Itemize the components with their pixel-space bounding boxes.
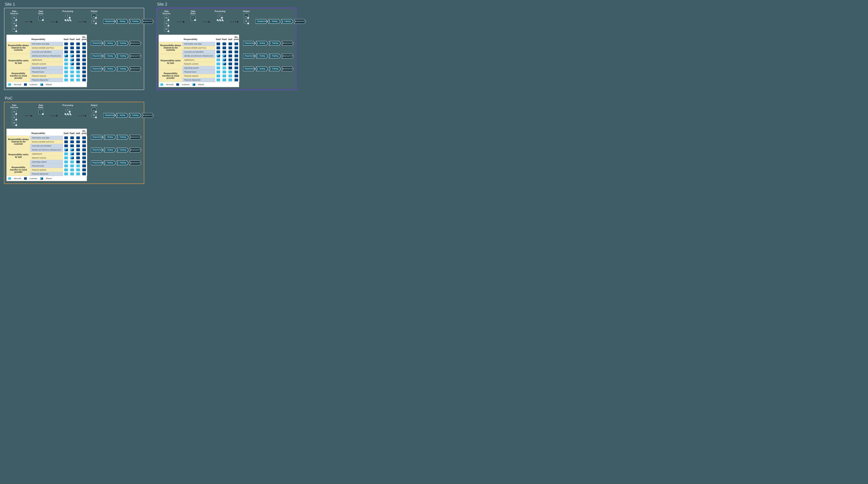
shield-badge	[167, 25, 169, 27]
matrix-cell	[69, 148, 75, 152]
matrix-cell	[69, 78, 75, 82]
responsibility-matrix: ResponsibilitySaaSPaaSIaaSOn-premRespons…	[159, 35, 239, 87]
matrix-cell-box	[70, 51, 74, 53]
matrix-row-label: Physical datacenter	[30, 78, 63, 82]
matrix-cell-box	[217, 47, 220, 49]
chevron-row: RequirementsTestingTrainingDeployment	[242, 54, 293, 59]
matrix-group-label: Responsibility always retained by the cu…	[159, 42, 182, 54]
matrix-cell	[227, 46, 233, 50]
matrix-cell	[221, 50, 227, 54]
svg-marker-1	[116, 19, 128, 24]
shield-badge	[42, 113, 44, 115]
svg-marker-4	[91, 41, 103, 46]
matrix-cell-box	[222, 79, 226, 81]
chevron-step: Testing	[102, 147, 117, 153]
matrix-row-label: Applications	[182, 58, 215, 62]
svg-marker-10	[117, 54, 129, 58]
svg-marker-42	[117, 148, 129, 152]
matrix-cell	[69, 172, 75, 176]
matrix-cell-box	[82, 148, 86, 151]
matrix-cell-box	[82, 145, 86, 147]
matrix-cell	[69, 74, 75, 78]
matrix-cell	[221, 78, 227, 82]
matrix-cell-box	[70, 152, 74, 155]
db-node	[12, 22, 17, 26]
matrix-cell-box	[235, 55, 238, 57]
matrix-cell-box	[176, 83, 179, 86]
pipeline-header: Data Entry	[37, 10, 45, 14]
matrix-cell-box	[82, 51, 86, 53]
matrix-cell	[63, 62, 69, 66]
matrix-cell-box	[235, 42, 238, 45]
pipeline-header: Output	[243, 10, 250, 12]
chevron-row: RequirementsTestingTrainingDeployment	[254, 19, 306, 24]
chevron-step: Deployment	[128, 54, 143, 59]
chevron-step: Requirements	[242, 41, 256, 46]
matrix-cell	[63, 140, 69, 144]
matrix-cell	[69, 168, 75, 172]
matrix-cell-box	[64, 47, 68, 49]
matrix-col-header: Responsibility	[182, 35, 215, 42]
matrix-cell-box	[235, 74, 238, 77]
matrix-col-header: PaaS	[69, 129, 75, 136]
svg-marker-2	[129, 19, 141, 24]
matrix-cell-box	[217, 59, 220, 61]
chart-node	[92, 108, 96, 112]
shield-badge	[42, 19, 44, 21]
chevron-step: Requirements	[90, 66, 104, 71]
matrix-cell	[227, 58, 233, 62]
chevron-step: Training	[115, 54, 130, 59]
matrix-col-header: IaaS	[75, 35, 81, 42]
matrix-cell	[75, 50, 81, 54]
gear-node	[65, 108, 70, 112]
matrix-col-header	[7, 35, 30, 42]
shield-badge	[15, 113, 17, 115]
chevron-step: Requirements	[102, 19, 117, 24]
matrix-row-label: Physical hosts	[30, 70, 63, 74]
diagram-canvas: Site 1Data SourcesData EntryProcessingOu…	[0, 0, 301, 196]
matrix-col-header: IaaS	[227, 35, 233, 42]
db-node	[164, 27, 168, 31]
pipeline-header: Processing	[62, 104, 73, 107]
matrix-cell	[63, 156, 69, 160]
chevron-step: Training	[115, 147, 130, 153]
legend-label: Shared	[46, 84, 52, 86]
matrix-col-header: On-prem	[233, 35, 239, 42]
matrix-cell-box	[82, 59, 86, 61]
chevron-step: Testing	[115, 113, 129, 118]
matrix-col-header: IaaS	[75, 129, 81, 136]
matrix-cell	[63, 66, 69, 70]
shield-badge	[95, 17, 97, 19]
svg-marker-26	[269, 54, 281, 58]
matrix-cell	[63, 54, 69, 58]
chevron-step: Deployment	[280, 54, 295, 59]
matrix-row-label: Physical network	[30, 74, 63, 78]
matrix-cell-box	[217, 62, 220, 65]
chevron-row: RequirementsTestingTrainingDeployment	[90, 147, 141, 153]
matrix-cell	[75, 172, 81, 176]
matrix-cell	[63, 46, 69, 50]
matrix-cell	[75, 54, 81, 58]
matrix-cell	[81, 70, 87, 74]
shield-badge	[221, 17, 223, 19]
arrow-icon	[79, 116, 85, 116]
matrix-cell-box	[76, 47, 80, 49]
shield-badge	[15, 124, 17, 126]
matrix-cell	[233, 66, 239, 70]
chevron-step: Training	[268, 41, 282, 46]
shield-badge	[69, 17, 71, 19]
matrix-cell-box	[82, 47, 86, 49]
matrix-cell-box	[70, 66, 74, 69]
matrix-cell	[63, 172, 69, 176]
matrix-row-label: Applications	[30, 58, 63, 62]
matrix-cell	[63, 50, 69, 54]
shield-badge	[95, 111, 97, 113]
matrix-cell-box	[228, 59, 232, 61]
matrix-cell	[75, 148, 81, 152]
chevron-step: Deployment	[128, 147, 143, 153]
matrix-cell-box	[82, 173, 86, 175]
matrix-col-header: SaaS	[215, 35, 221, 42]
matrix-cell-box	[222, 42, 226, 45]
dot-icon	[221, 19, 223, 21]
chevron-step: Requirements	[90, 134, 104, 140]
